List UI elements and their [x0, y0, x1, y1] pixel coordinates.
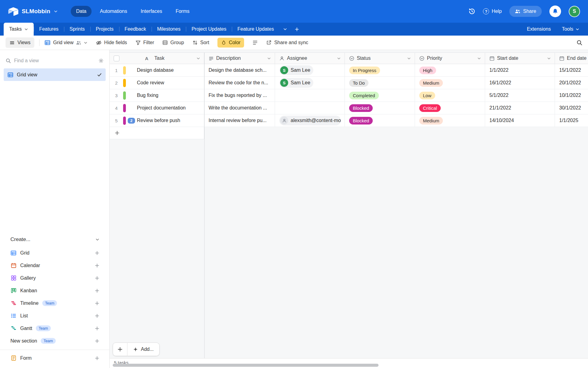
help-button[interactable]: ? Help — [483, 8, 502, 14]
column-header-description[interactable]: Description — [204, 53, 275, 64]
horizontal-scrollbar[interactable] — [113, 364, 379, 367]
share-button[interactable]: Share — [509, 6, 542, 17]
tab-sprints[interactable]: Sprints — [64, 23, 90, 36]
sidebar-view-grid-view[interactable]: Grid view — [4, 68, 106, 81]
end-date-cell[interactable]: 10/1/2022 — [555, 89, 588, 102]
chevron-down-icon[interactable] — [547, 56, 551, 60]
end-date-cell[interactable]: 20/1/2022 — [555, 77, 588, 89]
status-cell[interactable]: Blocked — [345, 114, 415, 127]
select-all-checkbox[interactable] — [114, 56, 119, 61]
column-header-task[interactable]: A Task — [110, 53, 204, 64]
create-kanban-item[interactable]: Kanban — [0, 284, 109, 297]
end-date-cell[interactable]: 15/1/2022 — [555, 64, 588, 76]
tab-milestones[interactable]: Milestones — [152, 23, 186, 36]
priority-cell[interactable]: Low — [415, 89, 485, 102]
nav-interfaces[interactable]: Interfaces — [135, 6, 167, 17]
description-cell[interactable]: Review the code for the n... — [204, 77, 275, 89]
assignee-cell[interactable]: alexsmith@content-mob — [275, 114, 345, 127]
column-header-end-date[interactable]: End date — [555, 53, 588, 64]
create-gallery-item[interactable]: Gallery — [0, 272, 109, 284]
notifications-button[interactable] — [549, 6, 561, 17]
tab-features[interactable]: Features — [34, 23, 64, 36]
tab-project-updates[interactable]: Project Updates — [186, 23, 232, 36]
status-cell[interactable]: In Progress — [345, 64, 415, 76]
tab-projects[interactable]: Projects — [90, 23, 119, 36]
description-cell[interactable]: Fix the bugs reported by ... — [204, 89, 275, 102]
status-cell[interactable]: Completed — [345, 89, 415, 102]
sort-button[interactable]: Sort — [192, 40, 209, 45]
plus-icon[interactable] — [95, 326, 100, 331]
plus-icon[interactable] — [95, 288, 100, 293]
add-record-row[interactable] — [110, 127, 204, 139]
plus-icon[interactable] — [95, 263, 100, 268]
task-name-cell[interactable]: Code review — [137, 80, 204, 86]
plus-icon[interactable] — [95, 276, 100, 281]
nav-data[interactable]: Data — [71, 6, 92, 17]
description-cell[interactable]: Design the database sch... — [204, 64, 275, 76]
create-new-section-item[interactable]: New section Team — [0, 335, 109, 347]
plus-icon[interactable] — [95, 356, 100, 361]
column-header-status[interactable]: Status — [345, 53, 415, 64]
end-date-cell[interactable]: 1/1/2025 — [555, 114, 588, 127]
assignee-cell[interactable]: S Sam Lee — [275, 77, 345, 89]
description-cell[interactable]: Internal review before pu... — [204, 114, 275, 127]
create-timeline-item[interactable]: Timeline Team — [0, 297, 109, 309]
chevron-down-icon[interactable] — [267, 56, 271, 60]
create-calendar-item[interactable]: Calendar — [0, 259, 109, 272]
task-name-cell[interactable]: Review before push — [137, 118, 204, 123]
add-with-ai-button[interactable]: Add... — [127, 343, 160, 356]
assignee-cell[interactable] — [275, 89, 345, 102]
column-header-start-date[interactable]: Start date — [485, 53, 555, 64]
nav-forms[interactable]: Forms — [170, 6, 194, 17]
share-and-sync-button[interactable]: Share and sync — [266, 40, 308, 45]
assignee-cell[interactable]: S Sam Lee — [275, 64, 345, 76]
chevron-down-icon[interactable] — [407, 56, 411, 60]
create-list-item[interactable]: List — [0, 309, 109, 322]
hide-fields-button[interactable]: Hide fields — [96, 40, 127, 46]
task-name-cell[interactable]: Project documentation — [137, 105, 204, 111]
chevron-down-icon[interactable] — [337, 56, 341, 60]
comment-count-badge[interactable]: 2 — [128, 118, 135, 124]
extensions-button[interactable]: Extensions — [527, 26, 551, 32]
add-record-button[interactable] — [113, 343, 127, 356]
start-date-cell[interactable]: 5/1/2022 — [485, 89, 555, 102]
search-icon[interactable] — [576, 40, 582, 46]
table-row[interactable]: 2 Code review Review the code for the n.… — [110, 77, 588, 89]
views-button[interactable]: Views — [6, 37, 34, 48]
chevron-down-icon[interactable] — [477, 56, 481, 60]
table-row[interactable]: 4 Project documentation Write the docume… — [110, 102, 588, 114]
priority-cell[interactable]: Medium — [415, 114, 485, 127]
column-header-priority[interactable]: Priority — [415, 53, 485, 64]
tab-feedback[interactable]: Feedback — [119, 23, 152, 36]
priority-cell[interactable]: Critical — [415, 102, 485, 114]
table-row[interactable]: 3 Bug fixing Fix the bugs reported by ..… — [110, 89, 588, 102]
priority-cell[interactable]: Medium — [415, 77, 485, 89]
current-view-button[interactable]: Grid view — [44, 40, 88, 46]
tab-tasks[interactable]: Tasks — [4, 23, 34, 36]
primary-cell[interactable]: 1 Design database — [110, 64, 204, 76]
start-date-cell[interactable]: 16/1/2022 — [485, 77, 555, 89]
chevron-down-icon[interactable] — [196, 56, 200, 60]
start-date-cell[interactable]: 21/1/2022 — [485, 102, 555, 114]
more-tables-chevron[interactable] — [279, 23, 291, 36]
task-name-cell[interactable]: Bug fixing — [137, 93, 204, 98]
start-date-cell[interactable]: 14/10/2024 — [485, 114, 555, 127]
color-button[interactable]: Color — [217, 38, 244, 48]
create-gantt-item[interactable]: Gantt Team — [0, 322, 109, 335]
user-avatar[interactable]: S — [569, 6, 580, 17]
status-cell[interactable]: Blocked — [345, 102, 415, 114]
workspace-switcher[interactable]: SLMobbin — [8, 7, 58, 16]
description-cell[interactable]: Write the documentation ... — [204, 102, 275, 114]
add-table-button[interactable] — [291, 23, 303, 36]
tab-feature-updates[interactable]: Feature Updates — [232, 23, 279, 36]
plus-icon[interactable] — [95, 251, 100, 255]
plus-icon[interactable] — [95, 339, 100, 343]
nav-automations[interactable]: Automations — [95, 6, 132, 17]
plus-icon[interactable] — [95, 313, 100, 318]
status-cell[interactable]: To Do — [345, 77, 415, 89]
gear-icon[interactable] — [98, 58, 104, 63]
row-height-button[interactable] — [252, 40, 258, 45]
create-form-item[interactable]: Form — [0, 352, 109, 364]
history-icon[interactable] — [469, 8, 475, 15]
task-name-cell[interactable]: Design database — [137, 67, 204, 73]
